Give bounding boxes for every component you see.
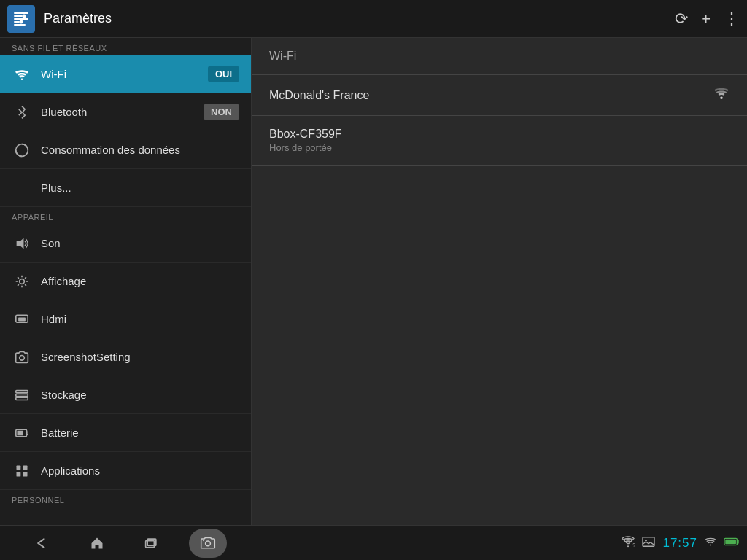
svg-point-34 xyxy=(710,544,711,545)
svg-rect-20 xyxy=(17,430,23,435)
svg-rect-16 xyxy=(16,390,28,392)
svg-rect-1 xyxy=(14,15,23,17)
svg-rect-24 xyxy=(23,472,28,476)
sidebar-item-data[interactable]: Consommation des données xyxy=(0,131,251,169)
sidebar-item-stockage[interactable]: Stockage xyxy=(0,376,251,414)
content-title: Wi-Fi xyxy=(252,38,747,75)
sidebar-item-bluetooth[interactable]: Bluetooth NON xyxy=(0,93,251,131)
camera-button[interactable] xyxy=(189,529,227,558)
add-icon[interactable]: + xyxy=(701,9,711,28)
svg-rect-22 xyxy=(23,465,28,470)
display-icon xyxy=(12,274,32,289)
hdmi-label: Hdmi xyxy=(41,313,239,325)
bluetooth-toggle[interactable]: NON xyxy=(204,104,239,120)
sidebar-item-batterie[interactable]: Batterie xyxy=(0,414,251,452)
content-area: Wi-Fi McDonald's France Bbox-CF359F Hors… xyxy=(252,38,747,525)
batterie-label: Batterie xyxy=(41,427,239,439)
son-label: Son xyxy=(41,237,239,249)
network-info-mcdonalds: McDonald's France xyxy=(269,89,713,102)
storage-icon xyxy=(12,389,32,402)
svg-text:?: ? xyxy=(633,542,635,548)
app-icon xyxy=(7,5,35,33)
top-bar: Paramètres ⟳ + ⋮ xyxy=(0,0,747,38)
sound-icon xyxy=(12,237,32,250)
bottom-bar: ? 17:57 xyxy=(0,525,747,560)
stockage-label: Stockage xyxy=(41,389,239,401)
wifi-signal-icon-mcdonalds xyxy=(713,87,729,104)
screenshot-label: ScreenshotSetting xyxy=(41,351,239,363)
sidebar-item-plus[interactable]: Plus... xyxy=(0,169,251,207)
svg-rect-2 xyxy=(14,18,28,20)
bluetooth-label: Bluetooth xyxy=(41,106,204,118)
wifi-question-icon: ? xyxy=(622,536,635,551)
topbar-right: ⟳ + ⋮ xyxy=(675,9,740,28)
wifi-icon xyxy=(12,69,32,80)
svg-line-9 xyxy=(19,112,22,115)
svg-point-7 xyxy=(21,78,23,80)
hdmi-icon xyxy=(12,313,32,326)
svg-point-30 xyxy=(627,545,629,547)
data-icon xyxy=(12,143,32,158)
more-icon[interactable]: ⋮ xyxy=(724,9,740,28)
svg-point-15 xyxy=(20,355,25,360)
svg-rect-0 xyxy=(14,12,28,14)
svg-point-5 xyxy=(23,14,26,18)
topbar-left: Paramètres xyxy=(7,5,675,33)
sidebar-item-screenshot[interactable]: ScreenshotSetting xyxy=(0,338,251,376)
svg-point-28 xyxy=(206,541,211,546)
svg-rect-18 xyxy=(16,397,28,400)
network-status-bbox: Hors de portée xyxy=(269,142,729,153)
section-header-personnel: PERSONNEL xyxy=(0,490,251,508)
home-button[interactable] xyxy=(80,529,115,558)
battery-icon xyxy=(12,427,32,440)
svg-point-6 xyxy=(20,20,23,23)
svg-line-8 xyxy=(19,109,22,112)
wifi-toggle[interactable]: OUI xyxy=(208,66,239,82)
main-layout: SANS FIL ET RÉSEAUX Wi-Fi OUI xyxy=(0,38,747,525)
section-header-appareil: APPAREIL xyxy=(0,207,251,225)
network-info-bbox: Bbox-CF359F Hors de portée xyxy=(269,128,729,153)
svg-point-33 xyxy=(646,539,648,541)
sidebar-item-applications[interactable]: Applications xyxy=(0,452,251,490)
apps-icon xyxy=(12,464,32,478)
wifi-label: Wi-Fi xyxy=(41,68,208,80)
svg-rect-36 xyxy=(725,539,736,543)
sidebar-item-affichage[interactable]: Affichage xyxy=(0,262,251,300)
plus-label: Plus... xyxy=(41,182,239,194)
data-label: Consommation des données xyxy=(41,144,239,156)
back-button[interactable] xyxy=(25,529,60,558)
bluetooth-icon xyxy=(12,105,32,120)
affichage-label: Affichage xyxy=(41,275,239,287)
clock: 17:57 xyxy=(662,536,697,551)
svg-point-25 xyxy=(720,97,723,100)
network-item-mcdonalds[interactable]: McDonald's France xyxy=(252,75,747,116)
recents-button[interactable] xyxy=(134,529,169,558)
bottombar-status: ? 17:57 xyxy=(252,536,747,551)
svg-rect-32 xyxy=(643,537,654,545)
image-icon xyxy=(642,536,655,551)
network-name-bbox: Bbox-CF359F xyxy=(269,128,729,141)
wifi-indicator-icon xyxy=(705,537,716,550)
svg-point-29 xyxy=(203,540,204,541)
svg-point-12 xyxy=(20,279,25,284)
svg-rect-17 xyxy=(16,394,28,396)
app-title: Paramètres xyxy=(44,11,112,26)
bottombar-nav xyxy=(0,529,252,558)
svg-rect-21 xyxy=(17,465,21,470)
sync-icon[interactable]: ⟳ xyxy=(675,9,688,28)
camera-icon xyxy=(12,351,32,364)
svg-marker-11 xyxy=(17,238,24,249)
svg-rect-23 xyxy=(17,472,21,476)
section-header-sans-fil: SANS FIL ET RÉSEAUX xyxy=(0,38,251,55)
network-name-mcdonalds: McDonald's France xyxy=(269,89,713,102)
svg-rect-3 xyxy=(14,21,20,23)
sidebar-item-wifi[interactable]: Wi-Fi OUI xyxy=(0,55,251,93)
settings-icon xyxy=(12,10,30,28)
sidebar-item-hdmi[interactable]: Hdmi xyxy=(0,300,251,338)
sidebar-item-son[interactable]: Son xyxy=(0,225,251,262)
network-item-bbox[interactable]: Bbox-CF359F Hors de portée xyxy=(252,116,747,166)
svg-rect-14 xyxy=(18,317,26,321)
sidebar: SANS FIL ET RÉSEAUX Wi-Fi OUI xyxy=(0,38,252,525)
applications-label: Applications xyxy=(41,464,239,477)
battery-status-icon xyxy=(724,537,740,550)
